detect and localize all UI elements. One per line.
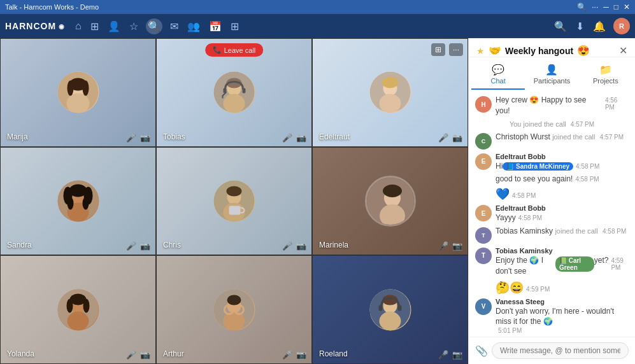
name-sandra: Sandra [7, 241, 32, 249]
video-cell-marija: Marija 🎤 📷 [0, 38, 156, 147]
message-tobias: T Tobias Kaminsky Enjoy the 🌍 I don't se… [475, 246, 629, 277]
msg-time-heart: 4:58 PM [512, 192, 536, 199]
svg-point-22 [67, 197, 73, 209]
grid-icon[interactable]: ⊞ [229, 19, 240, 34]
cam-icon-marinela: 📷 [452, 241, 462, 251]
search-titlebar-icon[interactable]: 🔍 [577, 3, 587, 11]
close-button[interactable]: ✕ [624, 3, 630, 11]
avatar-edeltraut [369, 72, 411, 113]
msg-sender-edeltraut: Edeltraut Bobb [496, 153, 546, 160]
mic-icon-yolanda: 🎤 [126, 350, 136, 360]
tab-projects[interactable]: 📁 Projects [579, 60, 632, 90]
attach-button[interactable]: 📎 [475, 345, 488, 357]
svg-point-14 [379, 94, 401, 113]
video-cell-sandra: Sandra 🎤 📷 [0, 147, 156, 256]
cam-icon-chris: 📷 [296, 241, 306, 251]
message-edeltraut-2: good to see you again! 4:58 PM [475, 174, 629, 185]
star-icon[interactable]: ★ [476, 46, 485, 56]
chat-title: Weekly hangout [505, 46, 573, 56]
contacts-icon[interactable]: 👤 [106, 19, 122, 34]
mail-icon[interactable]: ✉ [169, 19, 180, 34]
tab-chat[interactable]: 💬 Chat [471, 60, 525, 90]
tab-participants[interactable]: 👤 Participants [525, 60, 578, 90]
close-chat-button[interactable]: ✕ [619, 45, 627, 57]
main-container: 📞 Leave call ⊞ ··· Marija [0, 38, 635, 364]
msg-content-heart: 💙 4:58 PM [496, 187, 629, 201]
msg-text-vanessa: Don't yah worry, I'm here - wouldn't mis… [496, 306, 629, 328]
bell-icon[interactable]: 🔔 [592, 19, 607, 34]
name-roeland: Roeland [319, 349, 348, 358]
msg-avatar-tobias: T [475, 248, 492, 264]
home-icon[interactable]: ⌂ [74, 19, 83, 33]
name-tobias: Tobias [163, 132, 185, 141]
msg-time-1: 4:56 PM [605, 97, 629, 111]
mention-carl: 📗 Carl Green [555, 256, 594, 272]
msg-text-yayyy: Yayyy [496, 213, 516, 223]
chat-header: ★ 🤝 Weekly hangout 😍 ✕ [469, 38, 635, 57]
msg-time-emojis: 4:59 PM [526, 286, 550, 293]
mic-icon-tobias: 🎤 [282, 133, 292, 143]
handshake-icon: 🤝 [489, 45, 501, 57]
grid-layout-button[interactable]: ⊞ [431, 43, 445, 56]
cam-icon-yolanda: 📷 [140, 350, 150, 360]
projects-tab-icon: 📁 [599, 64, 612, 76]
mic-icon-chris: 🎤 [282, 241, 292, 251]
video-grid: 📞 Leave call ⊞ ··· Marija [0, 38, 468, 364]
msg-time-yayyy: 4:58 PM [518, 214, 542, 221]
video-cell-yolanda: Yolanda 🎤 📷 [0, 255, 156, 364]
mention-sandra: 📘 Sandra McKinney [503, 162, 573, 171]
system-tobias: T Tobias Kaminsky joined the call 4:58 P… [475, 226, 629, 244]
app-title: Talk - Harncom Works - Demo [5, 3, 99, 11]
video-cell-arthur: Arthur 🎤 📷 [156, 255, 312, 364]
avatar-roeland [369, 289, 411, 330]
video-cell-chris: Chris 🎤 📷 [156, 147, 312, 256]
message-edeltraut-3: E Edeltraut Bobb Yayyy 4:58 PM [475, 204, 629, 223]
leave-call-button[interactable]: 📞 Leave call [205, 43, 264, 57]
user-avatar[interactable]: R [613, 18, 630, 34]
msg-time-edeltraut-1: 4:58 PM [576, 163, 599, 170]
download-icon[interactable]: ⬇ [574, 19, 585, 34]
cam-icon-sandra: 📷 [140, 241, 150, 251]
minimize-button[interactable]: ─ [603, 3, 609, 11]
grid-options: ⊞ ··· [431, 43, 463, 56]
chat-tabs: 💬 Chat 👤 Participants 📁 Projects [469, 60, 635, 90]
calendar-icon[interactable]: 📅 [208, 19, 223, 34]
apps-icon[interactable]: ⊞ [89, 19, 100, 34]
system-text-joined: You joined the call [510, 120, 566, 128]
controls-chris: 🎤 📷 [282, 241, 306, 251]
svg-rect-11 [242, 88, 245, 94]
chat-tab-label: Chat [491, 77, 506, 85]
svg-rect-49 [378, 305, 382, 311]
toolbar-search-icon[interactable]: 🔍 [553, 19, 568, 34]
msg-text-edeltraut-hi: Hi [496, 161, 503, 172]
favorites-icon[interactable]: ☆ [128, 19, 139, 34]
msg-text-christoph: Christoph Wurst [496, 132, 550, 141]
window-controls[interactable]: 🔍 ··· ─ □ ✕ [577, 3, 630, 11]
avatar-marija [57, 72, 99, 113]
svg-point-8 [223, 94, 245, 113]
chat-messages: H Hey crew 😍 Happy to see you! 4:56 PM Y… [469, 90, 635, 337]
search-icon[interactable]: 🔍 [146, 18, 162, 34]
svg-rect-50 [397, 305, 401, 311]
msg-content-edeltraut-2: good to see you again! 4:58 PM [496, 174, 629, 185]
cam-icon-arthur: 📷 [296, 350, 306, 360]
message-input[interactable] [492, 342, 629, 359]
message-vanessa: V Vanessa Steeg Don't yah worry, I'm her… [475, 297, 629, 335]
name-arthur: Arthur [163, 349, 184, 358]
more-options-icon[interactable]: ··· [592, 3, 598, 11]
cam-icon-tobias: 📷 [296, 133, 306, 143]
msg-content-tobias-system: Tobias Kaminsky joined the call 4:58 PM [496, 226, 629, 237]
cam-icon-edeltraut: 📷 [452, 133, 462, 143]
avatar-arthur [213, 289, 255, 330]
chat-input-area: 📎 [469, 337, 635, 364]
svg-point-27 [226, 186, 241, 196]
maximize-button[interactable]: □ [614, 3, 618, 11]
avatar-sandra [57, 180, 99, 221]
msg-text-edeltraut-2: good to see you again! [496, 174, 573, 185]
msg-avatar-tobias-system: T [475, 227, 492, 244]
team-icon[interactable]: 👥 [186, 19, 201, 34]
mic-icon-roeland: 🎤 [438, 350, 448, 360]
name-edeltraut: Edeltraut [319, 132, 350, 141]
more-video-options[interactable]: ··· [449, 43, 463, 56]
controls-arthur: 🎤 📷 [282, 350, 306, 360]
